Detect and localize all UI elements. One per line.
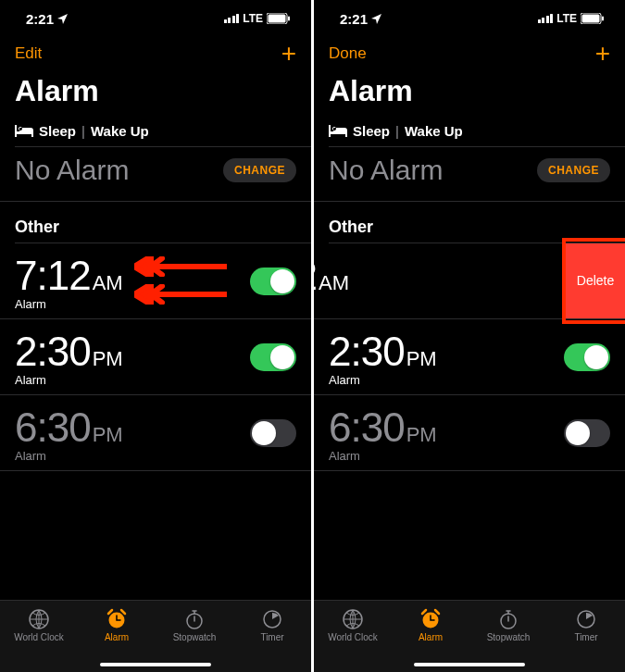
done-button[interactable]: Done <box>329 44 367 63</box>
status-bar: 2:21 LTE <box>0 0 311 37</box>
signal-icon <box>538 14 554 23</box>
delete-button[interactable]: Delete <box>566 243 625 318</box>
globe-icon <box>342 608 364 630</box>
phone-right: 2:21 LTE Done + Alarm Sleep | Wake Up No… <box>314 0 625 672</box>
alarm-row-0[interactable]: 7:12AM Alarm <box>0 243 311 319</box>
tab-world-clock[interactable]: World Clock <box>319 608 386 642</box>
bed-icon <box>15 125 33 137</box>
change-button[interactable]: CHANGE <box>537 158 610 182</box>
alarm-row-1[interactable]: 2:30PM Alarm <box>314 319 625 395</box>
battery-icon <box>581 13 605 24</box>
stopwatch-icon <box>183 608 206 630</box>
location-icon <box>371 14 381 24</box>
status-time: 2:21 <box>340 11 368 27</box>
no-alarm-row: No Alarm CHANGE <box>0 147 311 201</box>
tab-bar: World Clock Alarm Stopwatch Timer <box>314 600 625 672</box>
wakeup-label: Wake Up <box>405 123 463 139</box>
home-indicator[interactable] <box>100 663 211 666</box>
wakeup-label: Wake Up <box>91 123 149 139</box>
alarm-toggle-1[interactable] <box>564 343 610 371</box>
tab-timer[interactable]: Timer <box>239 608 306 642</box>
sleep-label: Sleep <box>39 123 76 139</box>
location-icon <box>57 14 68 24</box>
alarm-toggle-2[interactable] <box>564 419 610 447</box>
bed-icon <box>329 125 347 137</box>
no-alarm-row: No Alarm CHANGE <box>314 147 625 201</box>
no-alarm-text: No Alarm <box>15 155 129 186</box>
tab-timer[interactable]: Timer <box>553 608 619 642</box>
timer-icon <box>261 608 283 630</box>
svg-rect-9 <box>602 17 604 21</box>
home-indicator[interactable] <box>414 663 525 666</box>
alarm-row-2[interactable]: 6:30PM Alarm <box>314 395 625 471</box>
tab-alarm[interactable]: Alarm <box>397 608 464 642</box>
alarm-row-2[interactable]: 6:30PM Alarm <box>0 395 311 471</box>
nav-bar: Edit + <box>0 37 311 74</box>
tab-stopwatch[interactable]: Stopwatch <box>161 608 228 642</box>
tab-alarm[interactable]: Alarm <box>83 608 150 642</box>
timer-icon <box>575 608 597 630</box>
alarm-toggle-2[interactable] <box>250 419 296 447</box>
status-bar: 2:21 LTE <box>314 0 625 37</box>
sleep-label: Sleep <box>353 123 390 139</box>
battery-icon <box>267 13 291 24</box>
alarm-row-1[interactable]: 2:30PM Alarm <box>0 319 311 395</box>
sleep-wake-header: Sleep | Wake Up <box>314 118 625 146</box>
stopwatch-icon <box>497 608 519 630</box>
tab-world-clock[interactable]: World Clock <box>6 608 72 642</box>
svg-rect-8 <box>582 15 600 23</box>
add-alarm-button[interactable]: + <box>281 41 296 67</box>
other-header: Other <box>0 201 311 243</box>
alarm-toggle-1[interactable] <box>250 343 296 371</box>
alarm-icon <box>106 608 128 630</box>
signal-icon <box>224 14 240 23</box>
nav-bar: Done + <box>314 37 625 74</box>
status-time: 2:21 <box>26 11 54 27</box>
svg-rect-2 <box>288 17 290 21</box>
network-label: LTE <box>556 12 577 25</box>
alarm-toggle-0[interactable] <box>250 268 296 295</box>
tab-stopwatch[interactable]: Stopwatch <box>475 608 542 642</box>
phone-left: 2:21 LTE Edit + Alarm Sleep | Wake Up No… <box>0 0 311 672</box>
page-title: Alarm <box>0 74 311 118</box>
tab-bar: World Clock Alarm Stopwatch Timer <box>0 600 311 672</box>
svg-rect-1 <box>269 15 286 23</box>
swipe-arrows-annotation <box>134 256 227 305</box>
edit-button[interactable]: Edit <box>15 44 42 63</box>
alarm-row-0[interactable]: 12AM Alarm Delete <box>314 243 625 319</box>
other-header: Other <box>314 201 625 243</box>
add-alarm-button[interactable]: + <box>595 41 610 67</box>
no-alarm-text: No Alarm <box>329 155 443 186</box>
change-button[interactable]: CHANGE <box>223 158 296 182</box>
globe-icon <box>28 608 50 630</box>
page-title: Alarm <box>314 74 625 118</box>
network-label: LTE <box>243 12 263 25</box>
sleep-wake-header: Sleep | Wake Up <box>0 118 311 146</box>
alarm-icon <box>419 608 442 630</box>
